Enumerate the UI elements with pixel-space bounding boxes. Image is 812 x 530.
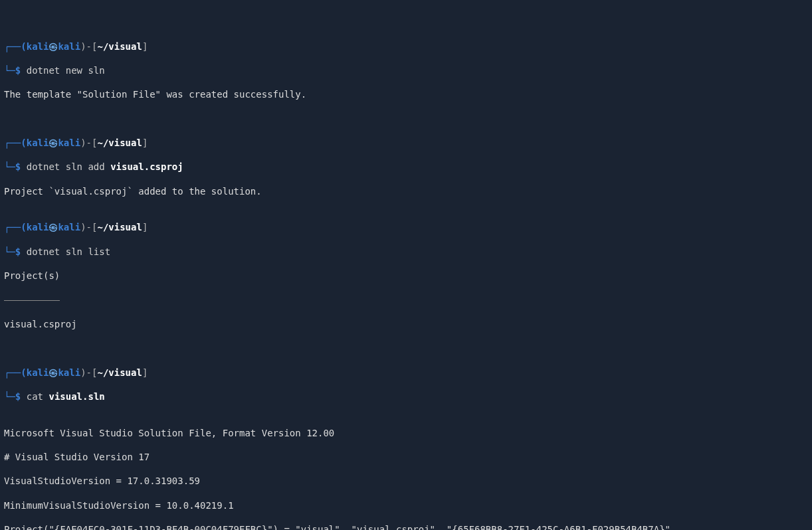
prompt-path: ~/visual <box>97 41 142 52</box>
prompt-box-mid: )-[ <box>80 367 97 378</box>
prompt-host: kali <box>58 41 80 52</box>
prompt-dollar: └─$ <box>4 161 27 172</box>
skull-icon: ㉿ <box>49 137 58 148</box>
prompt-box-mid: )-[ <box>80 222 97 232</box>
prompt-path: ~/visual <box>97 367 142 378</box>
prompt-box-open: ┌──( <box>4 222 27 232</box>
prompt-top-1: ┌──(kali㉿kali)-[~/visual] <box>4 137 808 149</box>
prompt-user: kali <box>27 222 49 232</box>
output-line-1-0: Project `visual.csproj` added to the sol… <box>4 185 808 197</box>
output-line-0-0: The template "Solution File" was created… <box>4 88 808 100</box>
command-2[interactable]: dotnet sln list <box>27 246 110 257</box>
prompt-host: kali <box>58 222 80 232</box>
output-line-2-2: visual.csproj <box>4 318 808 330</box>
command-arg-bold: visual.sln <box>49 391 104 402</box>
prompt-bottom-2: └─$ dotnet sln list <box>4 246 808 258</box>
skull-icon: ㉿ <box>49 367 58 378</box>
prompt-user: kali <box>27 137 49 148</box>
command-3[interactable]: cat visual.sln <box>27 391 105 402</box>
command-name: dotnet <box>27 161 60 172</box>
command-0[interactable]: dotnet new sln <box>27 65 105 76</box>
output-rule <box>4 294 808 306</box>
prompt-dollar: └─$ <box>4 391 27 402</box>
command-args-pre: sln add <box>60 161 110 172</box>
prompt-top-3: ┌──(kali㉿kali)-[~/visual] <box>4 367 808 379</box>
skull-icon: ㉿ <box>49 41 58 52</box>
output-line-2-0: Project(s) <box>4 270 808 282</box>
prompt-box-mid: )-[ <box>80 41 97 52</box>
prompt-box-open: ┌──( <box>4 41 27 52</box>
output-line-3-5: Project("{FAE04EC0-301F-11D3-BF4B-00C04F… <box>4 523 808 530</box>
output-line-3-3: VisualStudioVersion = 17.0.31903.59 <box>4 475 808 487</box>
prompt-bottom-0: └─$ dotnet new sln <box>4 64 808 76</box>
prompt-dollar: └─$ <box>4 65 27 76</box>
prompt-box-mid: )-[ <box>80 137 97 148</box>
prompt-box-close: ] <box>142 41 148 52</box>
terminal-output: ┌──(kali㉿kali)-[~/visual] └─$ dotnet new… <box>4 41 808 530</box>
command-name: cat <box>27 391 43 402</box>
prompt-user: kali <box>27 367 49 378</box>
command-arg-bold: visual.csproj <box>110 161 183 172</box>
prompt-bottom-1: └─$ dotnet sln add visual.csproj <box>4 161 808 173</box>
prompt-bottom-3: └─$ cat visual.sln <box>4 391 808 402</box>
prompt-box-open: ┌──( <box>4 137 27 148</box>
prompt-top-2: ┌──(kali㉿kali)-[~/visual] <box>4 221 808 233</box>
prompt-path: ~/visual <box>97 222 142 232</box>
command-args: sln list <box>60 246 110 257</box>
output-line-3-2: # Visual Studio Version 17 <box>4 451 808 463</box>
prompt-box-close: ] <box>142 222 148 232</box>
prompt-path: ~/visual <box>97 137 142 148</box>
prompt-top-0: ┌──(kali㉿kali)-[~/visual] <box>4 41 808 52</box>
prompt-host: kali <box>58 137 80 148</box>
prompt-dollar: └─$ <box>4 246 27 257</box>
prompt-user: kali <box>27 41 49 52</box>
prompt-box-close: ] <box>142 137 148 148</box>
prompt-host: kali <box>58 367 80 378</box>
command-1[interactable]: dotnet sln add visual.csproj <box>27 161 183 172</box>
horizontal-rule-icon <box>4 300 60 301</box>
output-line-3-1: Microsoft Visual Studio Solution File, F… <box>4 427 808 439</box>
output-line-3-4: MinimumVisualStudioVersion = 10.0.40219.… <box>4 499 808 511</box>
prompt-box-close: ] <box>142 367 148 378</box>
skull-icon: ㉿ <box>49 222 58 232</box>
command-args: new sln <box>60 65 104 76</box>
command-name: dotnet <box>27 65 60 76</box>
command-name: dotnet <box>27 246 60 257</box>
prompt-box-open: ┌──( <box>4 367 27 378</box>
